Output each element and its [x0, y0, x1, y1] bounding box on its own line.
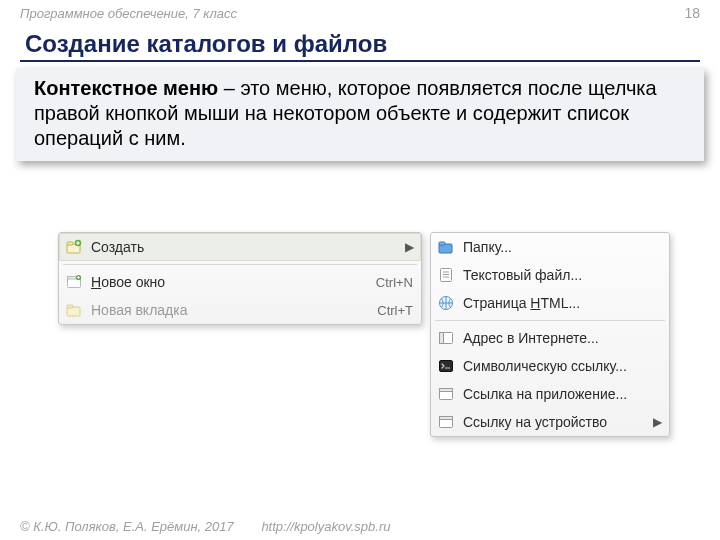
- menu-label: Ссылку на устройство: [463, 414, 645, 430]
- menu-label: Новая вкладка: [91, 302, 369, 318]
- footer-url: http://kpolyakov.spb.ru: [261, 519, 390, 534]
- menu-label: Текстовый файл...: [463, 267, 661, 283]
- context-menu-submenu: Папку... Текстовый файл... Страница HTML…: [430, 232, 670, 437]
- folder-icon: [437, 238, 455, 256]
- menu-item-new-tab: Новая вкладка Ctrl+T: [59, 296, 421, 324]
- menu-separator: [63, 264, 417, 265]
- window-new-icon: [65, 273, 83, 291]
- svg-rect-7: [67, 305, 73, 308]
- course-title: Программное обеспечение, 7 класс: [20, 6, 237, 21]
- footer-copyright: © К.Ю. Поляков, Е.А. Ерёмин, 2017: [20, 519, 234, 534]
- globe-icon: [437, 294, 455, 312]
- menu-item-device-link[interactable]: Ссылку на устройство ▶: [431, 408, 669, 436]
- device-window-icon: [437, 413, 455, 431]
- definition-term: Контекстное меню: [34, 77, 218, 99]
- svg-rect-18: [440, 417, 453, 420]
- page-title: Создание каталогов и файлов: [0, 26, 720, 60]
- page-number: 18: [684, 5, 700, 21]
- menu-label: Новое окно: [91, 274, 368, 290]
- shortcut-text: Ctrl+N: [376, 275, 413, 290]
- menu-label: Символическую ссылку...: [463, 358, 661, 374]
- chevron-right-icon: ▶: [653, 415, 661, 429]
- menu-label: Страница HTML...: [463, 295, 661, 311]
- shortcut-text: Ctrl+T: [377, 303, 413, 318]
- menu-item-new-window[interactable]: Новое окно Ctrl+N: [59, 268, 421, 296]
- menu-item-internet-address[interactable]: Адрес в Интернете...: [431, 324, 669, 352]
- svg-rect-9: [439, 242, 445, 245]
- definition-box: Контекстное меню – это меню, которое поя…: [16, 68, 704, 161]
- menu-item-html-page[interactable]: Страница HTML...: [431, 289, 669, 317]
- svg-rect-1: [67, 242, 73, 245]
- app-window-icon: [437, 385, 455, 403]
- menu-item-symlink[interactable]: Символическую ссылку...: [431, 352, 669, 380]
- menu-item-folder[interactable]: Папку...: [431, 233, 669, 261]
- svg-rect-13: [440, 333, 444, 344]
- menu-item-text-file[interactable]: Текстовый файл...: [431, 261, 669, 289]
- footer: © К.Ю. Поляков, Е.А. Ерёмин, 2017 http:/…: [20, 519, 390, 534]
- menu-label: Адрес в Интернете...: [463, 330, 661, 346]
- menu-label: Папку...: [463, 239, 661, 255]
- tab-new-icon: [65, 301, 83, 319]
- terminal-icon: [437, 357, 455, 375]
- svg-rect-16: [440, 389, 453, 392]
- svg-rect-14: [440, 361, 453, 372]
- text-file-icon: [437, 266, 455, 284]
- context-menu-primary: Создать ▶ Новое окно Ctrl+N: [58, 232, 422, 325]
- chevron-right-icon: ▶: [405, 240, 413, 254]
- menu-item-app-link[interactable]: Ссылка на приложение...: [431, 380, 669, 408]
- menu-label: Ссылка на приложение...: [463, 386, 661, 402]
- title-rule: [20, 60, 700, 62]
- menu-label: Создать: [91, 239, 397, 255]
- menu-item-create[interactable]: Создать ▶: [59, 233, 421, 261]
- menu-separator: [435, 320, 665, 321]
- folder-new-icon: [65, 238, 83, 256]
- panel-icon: [437, 329, 455, 347]
